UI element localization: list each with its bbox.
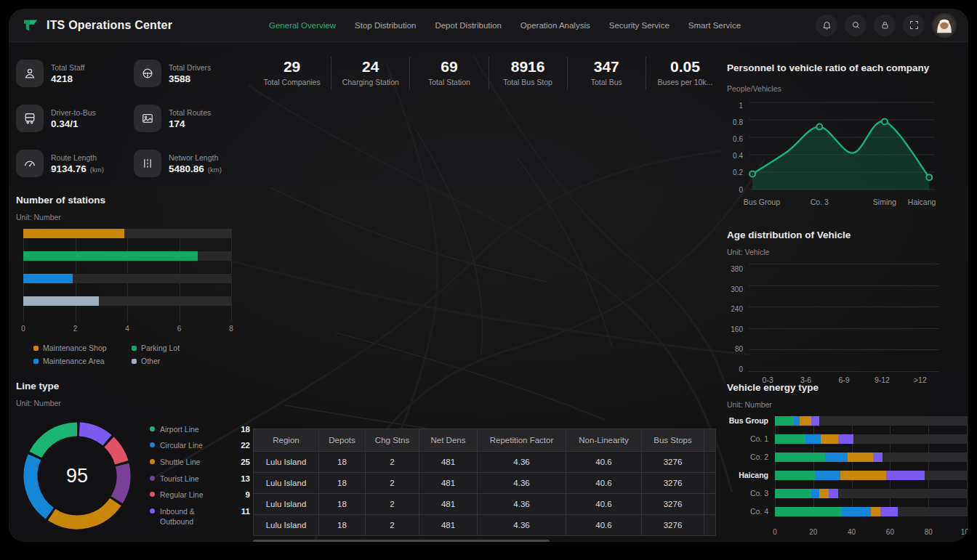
y-tick: 0.2 [733, 169, 743, 176]
bus-icon [16, 105, 44, 132]
y-tick: 0.8 [733, 119, 743, 126]
notification-bell-icon [821, 20, 832, 31]
user-avatar[interactable] [933, 15, 955, 36]
stat-card-label: Total Routes [169, 107, 211, 119]
table-cell: 2 [366, 494, 419, 515]
legend-value: 11 [241, 507, 250, 516]
top-stat-value: 29 [253, 58, 331, 75]
table-cell: 18 [319, 515, 366, 536]
table-cell: 18 [319, 494, 366, 515]
table-cell: 4.36 [478, 494, 566, 515]
stations-chart-title: Number of stations [16, 195, 250, 206]
stat-card-value: 0.34/1 [51, 118, 96, 129]
legend-dot [132, 346, 137, 351]
app-logo-icon [22, 17, 39, 34]
stat-card-value: 3588 [169, 73, 211, 84]
gridline [749, 371, 939, 372]
bar-other [23, 296, 99, 306]
stacked-bar-track [775, 489, 967, 498]
energy-type-unit: Unit: Number [727, 400, 967, 409]
top-stat: 347Total Bus [567, 57, 646, 89]
steering-wheel-icon [134, 60, 161, 87]
table-row[interactable]: Lulu Island1824814.3640.63276 [254, 494, 716, 515]
table-cell: 40.6 [566, 494, 642, 515]
legend-item: Maintenance Shop [33, 344, 132, 352]
legend-dot [33, 346, 39, 351]
stat-card-label: Total Drivers [169, 62, 211, 74]
table-cell: 4.36 [478, 515, 566, 536]
bar-segment [821, 434, 838, 444]
legend-label: Circular Line [160, 441, 217, 451]
energy-type-title: Vehicle energy type [727, 382, 967, 393]
bar-segment [886, 471, 925, 480]
table-row[interactable]: Lulu Island1824814.3640.63276 [254, 515, 716, 536]
bar-segment [775, 416, 794, 426]
personnel-ratio-title: Personnel to vehicle ratio of each compa… [727, 61, 938, 76]
table-cell [704, 515, 716, 536]
column-header: Chg Stns [366, 429, 419, 452]
tab-operation-analysis[interactable]: Operation Analysis [520, 21, 590, 30]
tab-depot-distribution[interactable]: Depot Distribution [435, 21, 501, 30]
bar-segment [800, 416, 811, 426]
x-tick: Haicang [908, 198, 936, 206]
legend-value: 13 [241, 474, 250, 483]
table-row[interactable]: Lulu Island1824814.3640.63276 [254, 452, 716, 473]
data-point [882, 118, 888, 124]
y-tick: 160 [731, 326, 743, 333]
gridline [813, 416, 814, 516]
legend-item: Airport Line18 [150, 425, 250, 435]
tab-smart-service[interactable]: Smart Service [688, 21, 741, 30]
gridline [928, 416, 929, 516]
line-type-panel: Line type Unit: Number 95 Airport Line18… [16, 381, 250, 537]
table-horizontal-scrollbar[interactable] [253, 540, 550, 542]
personnel-ratio-x-axis: Bus GroupCo. 3SimingHaicang [749, 198, 935, 208]
x-tick: 0 [21, 325, 25, 333]
legend-label: Shuttle Line [160, 458, 217, 468]
tab-stop-distribution[interactable]: Stop Distribution [355, 21, 416, 30]
search-button[interactable] [845, 15, 867, 36]
fullscreen-button[interactable] [903, 15, 925, 36]
age-distribution-panel: Age distribution of Vehicle Unit: Vehicl… [727, 230, 967, 384]
bar-segment [811, 416, 819, 426]
tab-general-overview[interactable]: General Overview [269, 21, 336, 30]
data-point [749, 171, 755, 176]
stat-card-label: Networ Length [169, 153, 222, 164]
x-tick: 60 [886, 528, 894, 536]
notification-bell-button[interactable] [816, 15, 837, 36]
legend-label: Regular Line [160, 490, 217, 500]
legend-item: Circular Line22 [150, 441, 250, 451]
category-label: Co. 3 [727, 489, 775, 498]
column-header: Repetition Factor [478, 429, 566, 452]
table-cell: Lulu Island [254, 515, 319, 536]
column-header [704, 429, 716, 452]
app-header: ITS Operations Center General OverviewSt… [9, 9, 968, 42]
stat-card-driver-to-bus: Driver-to-Bus0.34/1 [16, 100, 125, 137]
energy-type-plot [775, 416, 967, 516]
x-tick: 80 [925, 528, 933, 536]
top-stat-value: 347 [568, 58, 646, 75]
stations-chart-unit: Unit: Number [16, 213, 250, 222]
bar-segment [775, 434, 805, 444]
x-tick: 2 [73, 325, 78, 333]
y-tick: 80 [735, 346, 743, 353]
table-cell [704, 473, 716, 494]
bar-segment [871, 507, 880, 516]
bar-segment [848, 453, 872, 462]
stat-card-unit: (km) [90, 166, 104, 174]
table-cell: 3276 [642, 515, 704, 536]
legend-value: 22 [241, 441, 250, 450]
tab-security-service[interactable]: Security Service [609, 21, 670, 30]
column-header: Non-Linearity [566, 429, 642, 452]
legend-value: 9 [246, 490, 250, 499]
top-stat-label: Charging Station [331, 78, 409, 86]
table-cell: 481 [419, 515, 478, 536]
lock-button[interactable] [874, 15, 896, 36]
bar-segment [775, 471, 815, 480]
table-cell: 2 [366, 452, 419, 473]
table-cell: 481 [419, 452, 478, 473]
brand: ITS Operations Center [22, 17, 240, 34]
table-row[interactable]: Lulu Island1824814.3640.63276 [254, 473, 716, 494]
top-stat-label: Total Station [410, 78, 488, 86]
legend-item: Other [132, 357, 230, 365]
stat-card-value: 4218 [51, 73, 85, 84]
